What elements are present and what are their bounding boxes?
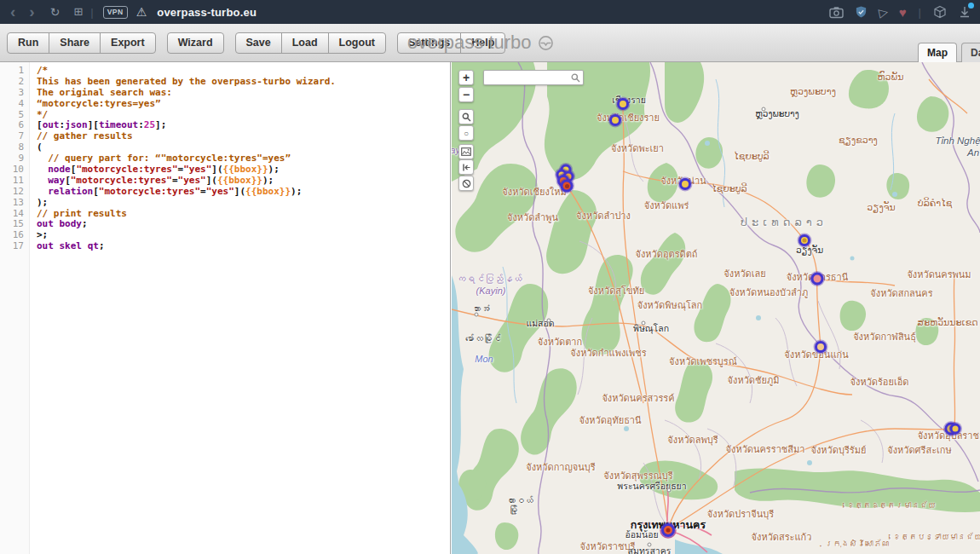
map-label: จังหวัดกาฬสินธุ์ (853, 329, 916, 344)
map-label: จังหวัดเลย (723, 266, 765, 281)
turbo-logo-icon (538, 35, 554, 51)
app-logo: overpass turbo (407, 32, 554, 54)
poi-marker[interactable] (679, 178, 691, 190)
map-label: จังหวัดนครสวรรค์ (602, 390, 674, 406)
poi-marker-center (666, 528, 671, 533)
vpn-badge[interactable]: VPN (103, 6, 128, 19)
line-number: 10 (0, 164, 24, 176)
map-label: จังหวัดปราจีนบุรี (707, 506, 774, 522)
map-label: ຫົວພັນ (878, 72, 904, 83)
poi-marker[interactable] (561, 180, 574, 193)
map-label: An (967, 147, 979, 158)
map-label: จังหวัดแพร่ (644, 198, 689, 213)
poi-marker[interactable] (661, 523, 675, 537)
map-label: จังหวัดสระแก้ว (752, 529, 812, 545)
line-number: 1 (0, 66, 24, 77)
download-icon[interactable] (958, 5, 971, 19)
extension-cube-icon[interactable] (933, 5, 947, 19)
query-editor[interactable]: 1234567891011121314151617 /*This has bee… (0, 62, 451, 554)
map-search-box (483, 70, 584, 85)
map-label: ကရင်ပြည်နယ် (457, 274, 522, 284)
map-label: ບໍລິຄຳໄຊ (918, 198, 952, 209)
map-graphics (452, 62, 980, 554)
toolbar-button-export[interactable]: Export (100, 32, 156, 54)
app-logo-text: overpass turbo (407, 32, 532, 54)
map-label: จังหวัดกาญจนบุรี (526, 459, 595, 475)
toolbar-button-save[interactable]: Save (235, 32, 282, 54)
map-label: จังหวัดร้อยเอ็ด (850, 374, 909, 390)
collapse-panel-button[interactable] (458, 159, 474, 175)
map-search-tool-button[interactable] (458, 109, 474, 124)
map-label: จังหวัดเชียงใหม่ (502, 184, 566, 199)
map-label: จังหวัดตาก (538, 334, 582, 349)
screenshot-camera-icon[interactable] (829, 6, 844, 19)
map-label: ວຽງຈັນ (796, 245, 823, 255)
map-label: မော်လမြိုင် (465, 333, 501, 343)
map-search-input[interactable] (484, 73, 571, 83)
tab-overview-icon[interactable]: ⊞ (73, 0, 83, 24)
map-label: ຊຽງຂວາງ (839, 135, 878, 146)
zoom-in-button[interactable]: + (458, 70, 474, 85)
separator: | (90, 6, 93, 19)
export-image-button[interactable] (458, 144, 474, 159)
map-label: (Kayin) (476, 286, 506, 296)
city-dot (762, 107, 766, 112)
forward-icon[interactable]: › (29, 0, 34, 24)
poi-marker[interactable] (617, 98, 629, 110)
code-line: relation["motorcycle:tyres"="yes"]({{bbo… (37, 187, 450, 198)
editor-gutter: 1234567891011121314151617 (0, 62, 30, 554)
editor-code[interactable]: /*This has been generated by the overpas… (30, 62, 450, 554)
zoom-out-button[interactable]: − (458, 87, 474, 102)
poi-marker-center (565, 184, 569, 188)
search-icon[interactable] (571, 73, 580, 83)
poi-marker[interactable] (950, 424, 961, 435)
map-label: แม่สอด (526, 316, 554, 331)
toolbar-button-share[interactable]: Share (49, 32, 101, 54)
map-label: Tỉnh Nghệ (935, 136, 980, 146)
send-icon[interactable]: ▷ (877, 4, 889, 20)
app-toolbar: RunShareExportWizardSaveLoadLogoutSettin… (0, 24, 980, 62)
separator: | (919, 6, 921, 19)
map-label: จังหวัดพะเยา (611, 141, 664, 156)
map-label: မြို့ (509, 505, 518, 515)
map-label: จังหวัดนครราชสีมา (726, 441, 805, 457)
map-label: จังหวัดบุรีรัมย์ (811, 442, 867, 458)
toolbar-button-logout[interactable]: Logout (328, 32, 386, 54)
map[interactable]: เชียงรายจังหวัดเชียงรายจังหวัดพะเยาจังหว… (452, 62, 980, 554)
locate-button[interactable]: ○ (458, 125, 474, 141)
city-dot (667, 488, 672, 493)
map-label: ໄຊຍະບູລີ (712, 183, 747, 194)
map-label: จังหวัดอุตรดิตถ์ (636, 246, 698, 262)
map-label: จังหวัดลำปาง (576, 208, 631, 223)
heart-icon[interactable]: ♥ (899, 5, 907, 20)
poi-marker[interactable] (811, 273, 824, 286)
shield-icon[interactable] (855, 5, 868, 19)
reload-icon[interactable]: ↻ (50, 0, 61, 24)
tab-data[interactable]: Data (961, 43, 980, 62)
line-number: 17 (0, 241, 24, 252)
url-text[interactable]: overpass-turbo.eu (157, 6, 257, 19)
map-label: จังหวัดชัยภูมิ (728, 372, 780, 388)
poi-marker[interactable] (815, 341, 827, 353)
toolbar-button-load[interactable]: Load (281, 32, 329, 54)
tab-map[interactable]: Map (918, 43, 957, 62)
code-line: // gather results (37, 131, 450, 142)
map-label: จังหวัดเชียงราย (597, 110, 660, 125)
toolbar-button-wizard[interactable]: Wizard (167, 32, 224, 54)
poi-marker[interactable] (609, 114, 621, 126)
browser-actions: ▷ ♥ | (829, 0, 971, 24)
poi-marker[interactable] (798, 234, 810, 246)
code-line: out skel qt; (37, 241, 450, 252)
map-label: ខេត្តបន្ទាយមានជ័យ (893, 532, 980, 541)
back-icon[interactable]: ‹ (10, 0, 15, 24)
toolbar-button-run[interactable]: Run (7, 32, 49, 54)
arrow-to-bar-icon (462, 163, 471, 172)
image-icon (461, 147, 471, 156)
map-label: พิษณุโลก (633, 321, 669, 336)
abort-button[interactable] (458, 176, 474, 191)
map-label: พระนครศรีอยุธยา (617, 479, 686, 493)
map-label: ខេត្តឧត្តរមានជ័យ (847, 500, 937, 510)
map-label: ສະຫວັນນະເຂດ (917, 317, 977, 328)
map-label: ປະເທດລາວ (741, 216, 827, 228)
code-line: “motorcycle:tyres=yes” (37, 99, 450, 110)
